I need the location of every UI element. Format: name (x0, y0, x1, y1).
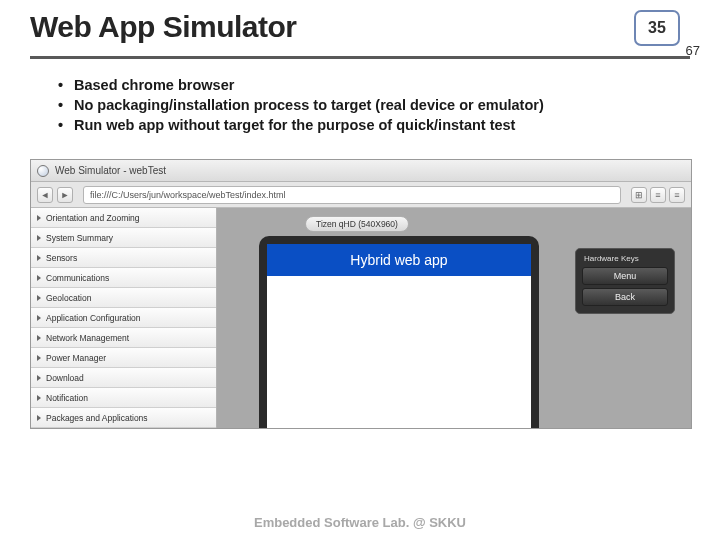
back-icon[interactable]: ◄ (37, 187, 53, 203)
sidebar-item[interactable]: Packages and Applications (31, 408, 216, 428)
page-indicator: 35 67 (634, 10, 694, 54)
back-button[interactable]: Back (582, 288, 668, 306)
device-selector[interactable]: Tizen qHD (540X960) (305, 216, 409, 232)
window-title: Web Simulator - webTest (55, 165, 166, 176)
chevron-right-icon (37, 255, 41, 261)
chevron-right-icon (37, 355, 41, 361)
sidebar-item[interactable]: Orientation and Zooming (31, 208, 216, 228)
tool-icon[interactable]: ≡ (650, 187, 666, 203)
bullet-item: No packaging/installation process to tar… (58, 97, 690, 113)
chevron-right-icon (37, 275, 41, 281)
page-current: 35 (634, 10, 680, 46)
sidebar-item[interactable]: Sensors (31, 248, 216, 268)
hardware-keys-title: Hardware Keys (584, 254, 668, 263)
slide-title: Web App Simulator (30, 10, 297, 44)
chevron-right-icon (37, 215, 41, 221)
sidebar-item[interactable]: Notification (31, 388, 216, 408)
device-preview-area: Tizen qHD (540X960) Hybrid web app Hardw… (217, 208, 691, 428)
sidebar-item[interactable]: Network Management (31, 328, 216, 348)
sidebar-item[interactable]: Download (31, 368, 216, 388)
footer-text: Embedded Software Lab. @ SKKU (0, 515, 720, 530)
favicon-icon (37, 165, 49, 177)
sidebar-item[interactable]: Geolocation (31, 288, 216, 308)
chevron-right-icon (37, 415, 41, 421)
simulator-screenshot: Web Simulator - webTest ◄ ► file:///C:/U… (30, 159, 692, 429)
window-titlebar: Web Simulator - webTest (31, 160, 691, 182)
sidebar-item[interactable]: Application Configuration (31, 308, 216, 328)
sidebar-item[interactable]: Power Manager (31, 348, 216, 368)
device-frame: Hybrid web app (259, 236, 539, 428)
sidebar-item[interactable]: Communications (31, 268, 216, 288)
chevron-right-icon (37, 295, 41, 301)
menu-button[interactable]: Menu (582, 267, 668, 285)
chevron-right-icon (37, 235, 41, 241)
forward-icon[interactable]: ► (57, 187, 73, 203)
simulator-sidebar: Orientation and Zooming System Summary S… (31, 208, 217, 428)
chevron-right-icon (37, 315, 41, 321)
bullet-list: Based chrome browser No packaging/instal… (58, 77, 690, 133)
hardware-keys-panel: Hardware Keys Menu Back (575, 248, 675, 314)
device-screen: Hybrid web app (267, 244, 531, 428)
chevron-right-icon (37, 395, 41, 401)
url-bar[interactable]: file:///C:/Users/jun/workspace/webTest/i… (83, 186, 621, 204)
sidebar-item[interactable]: System Summary (31, 228, 216, 248)
tool-icon[interactable]: ⊞ (631, 187, 647, 203)
bullet-item: Based chrome browser (58, 77, 690, 93)
chevron-right-icon (37, 375, 41, 381)
browser-toolbar: ◄ ► file:///C:/Users/jun/workspace/webTe… (31, 182, 691, 208)
chevron-right-icon (37, 335, 41, 341)
app-header: Hybrid web app (267, 244, 531, 276)
page-total: 67 (686, 43, 700, 58)
tool-icon[interactable]: ≡ (669, 187, 685, 203)
bullet-item: Run web app without target for the purpo… (58, 117, 690, 133)
